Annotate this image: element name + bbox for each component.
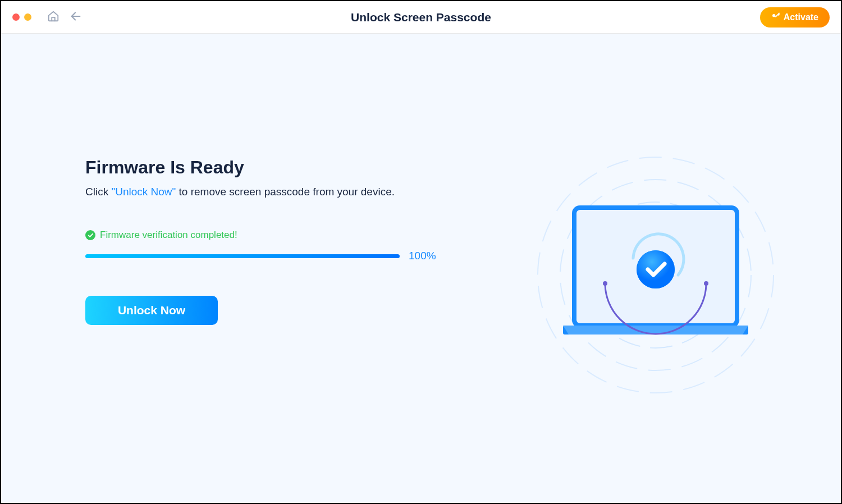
check-circle-icon <box>85 230 95 240</box>
back-icon[interactable] <box>70 10 82 25</box>
key-icon <box>771 12 780 23</box>
progress-bar <box>85 254 400 258</box>
nav-icons <box>47 10 82 25</box>
subtitle-suffix: to remove screen passcode from your devi… <box>176 186 395 198</box>
status-text: Firmware verification completed! <box>100 230 237 241</box>
progress-percent: 100% <box>409 250 436 262</box>
laptop-check-illustration <box>521 146 790 415</box>
minimize-window-button[interactable] <box>24 13 31 21</box>
svg-point-7 <box>603 281 607 286</box>
subtitle-prefix: Click <box>85 186 111 198</box>
titlebar: Unlock Screen Passcode Activate <box>1 1 841 34</box>
subtitle-highlight: "Unlock Now" <box>111 186 176 198</box>
activate-label: Activate <box>784 12 818 22</box>
window-controls <box>12 13 31 21</box>
unlock-now-button[interactable]: Unlock Now <box>85 296 218 325</box>
svg-point-8 <box>704 281 708 286</box>
close-window-button[interactable] <box>12 13 20 21</box>
main-content: Firmware Is Ready Click "Unlock Now" to … <box>1 34 841 503</box>
activate-button[interactable]: Activate <box>760 7 830 28</box>
page-title: Unlock Screen Passcode <box>351 11 491 24</box>
home-icon[interactable] <box>47 10 60 25</box>
svg-point-10 <box>637 250 675 288</box>
